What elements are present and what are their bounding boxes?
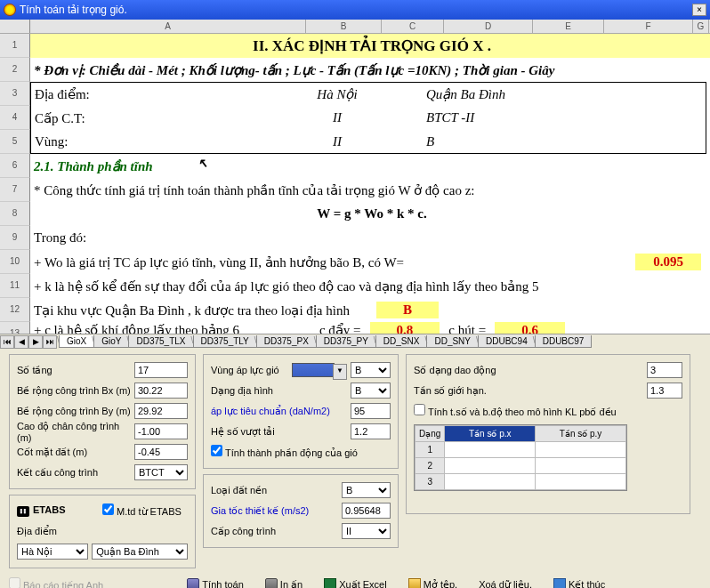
tinhts-checkbox[interactable]: [414, 404, 425, 415]
mtd-checkbox[interactable]: [102, 503, 114, 515]
tab-dd375py[interactable]: DD375_PY: [316, 335, 376, 348]
bx-input[interactable]: [134, 383, 188, 399]
apluc-input[interactable]: [351, 403, 391, 419]
tab-prev[interactable]: ◀: [14, 335, 28, 349]
tab-last[interactable]: ⏭: [43, 335, 57, 349]
tab-first[interactable]: ⏮: [0, 335, 14, 349]
bottom-toolbar: Báo cáo tiếng Anh Tính toán In ấn Xuất E…: [0, 574, 710, 588]
sheet-tabs: ⏮ ◀ ▶ ⏭ GioX GioY DD375_TLX DD375_TLY DD…: [0, 334, 710, 349]
exit-icon: [553, 578, 566, 588]
giatoc-input[interactable]: [342, 503, 391, 519]
section-title[interactable]: II. XÁC ĐỊNH TẢI TRỌNG GIÓ X .: [30, 34, 710, 58]
wo-value: 0.095: [635, 254, 701, 270]
vung-select[interactable]: B: [351, 362, 391, 378]
form-area: Số tầng Bề rộng công trình Bx (m) Bề rộn…: [0, 349, 710, 574]
tab-dd375tly[interactable]: DD375_TLY: [193, 335, 257, 348]
tab-dd375px[interactable]: DD375_PX: [256, 335, 317, 348]
tab-giox[interactable]: GioX: [59, 335, 94, 348]
cot-input[interactable]: [134, 444, 188, 460]
tinhtoan-button[interactable]: Tính toán: [187, 578, 243, 588]
cursor-icon: ↖: [198, 156, 208, 171]
district-select[interactable]: Quận Ba Đình: [92, 544, 188, 560]
tab-next[interactable]: ▶: [28, 335, 43, 349]
ketthuc-button[interactable]: Kết thúc: [553, 578, 605, 588]
tab-dd375tlx[interactable]: DD375_TLX: [128, 335, 193, 348]
tab-ddsnx[interactable]: DD_SNX: [375, 335, 428, 348]
window-title: Tính toán tải trọng gió.: [20, 4, 127, 16]
ketcau-select[interactable]: BTCT: [134, 464, 188, 480]
dang-select[interactable]: B: [351, 383, 391, 399]
open-icon: [408, 578, 421, 588]
motep-button[interactable]: Mở tệp.: [408, 578, 457, 588]
tinh-dong-checkbox[interactable]: [211, 445, 222, 456]
tanso-input[interactable]: [647, 383, 682, 399]
calc-icon: [187, 578, 199, 588]
tab-ddubc94[interactable]: DDUBC94: [478, 335, 536, 348]
column-headers: A B C D E F G: [0, 20, 710, 34]
inan-button[interactable]: In ấn: [265, 578, 303, 588]
excel-icon: [324, 578, 336, 588]
mode-grid[interactable]: DạngTần số p.xTần số p.y 1 2 3: [414, 424, 627, 491]
tab-ddsny[interactable]: DD_SNY: [426, 335, 479, 348]
sodang-input[interactable]: [647, 362, 682, 378]
by-input[interactable]: [134, 403, 188, 419]
heso-input[interactable]: [351, 423, 391, 439]
cao-input[interactable]: [134, 423, 188, 439]
close-button[interactable]: ×: [692, 4, 706, 16]
spreadsheet: A B C D E F G 1II. XÁC ĐỊNH TẢI TRỌNG GI…: [0, 20, 710, 349]
loaidat-select[interactable]: B: [342, 482, 391, 498]
baocao-checkbox: [9, 577, 20, 588]
titlebar: Tính toán tải trọng gió. ×: [0, 0, 710, 20]
etabs-icon: ⫿⫿: [17, 506, 29, 517]
units-note[interactable]: * Đơn vị: Chiều dài - Mét ; Khối lượng- …: [30, 58, 710, 82]
xuat-button[interactable]: Xuất Excel: [324, 578, 386, 588]
city-select[interactable]: Hà Nội: [17, 544, 88, 560]
sotang-input[interactable]: [134, 362, 188, 378]
xoa-button[interactable]: Xoá dữ liệu.: [479, 579, 532, 589]
tab-ddubc97[interactable]: DDUBC97: [535, 335, 593, 348]
capct-select[interactable]: II: [342, 523, 391, 539]
app-icon: [4, 4, 16, 16]
print-icon: [265, 578, 278, 588]
vung-combo[interactable]: [292, 363, 335, 377]
tab-gioy[interactable]: GioY: [93, 335, 129, 348]
